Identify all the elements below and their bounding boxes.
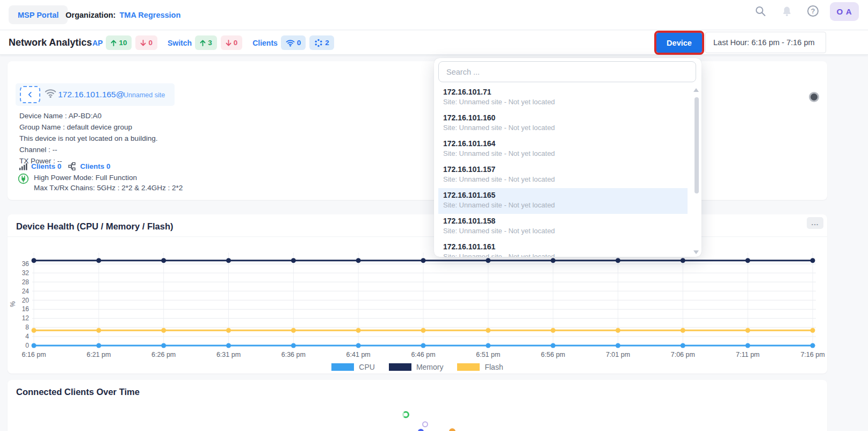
svg-text:6:46 pm: 6:46 pm: [411, 351, 435, 358]
legend-item-cpu[interactable]: CPU: [331, 363, 375, 371]
scroll-down-arrow[interactable]: [693, 250, 699, 254]
device-health-title: Device Health (CPU / Memory / Flash): [16, 221, 173, 232]
wifi-icon: [286, 39, 295, 47]
power-mode-texts: High Power Mode: Full Function Max Tx/Rx…: [34, 173, 183, 193]
svg-text:6:41 pm: 6:41 pm: [346, 351, 371, 358]
chains-line: Max Tx/Rx Chains: 5GHz : 2*2 & 2.4GHz : …: [34, 183, 183, 193]
svg-text:6:36 pm: 6:36 pm: [281, 351, 306, 358]
device-option-ip: 172.16.101.165: [443, 191, 683, 199]
device-option-site: Site: Unnamed site - Not yet located: [443, 201, 683, 209]
legend-label: Flash: [484, 363, 503, 371]
device-option-ip: 172.16.101.160: [443, 113, 683, 122]
back-button[interactable]: [20, 86, 40, 103]
clients-wireless-count: 0: [297, 39, 301, 47]
device-option-172.16.101.158[interactable]: 172.16.101.158Site: Unnamed site - Not y…: [438, 214, 688, 240]
signal-bars-icon: [19, 163, 27, 170]
legend-label: Memory: [416, 363, 444, 371]
switch-label: Switch: [168, 39, 192, 47]
svg-text:7:16 pm: 7:16 pm: [800, 351, 824, 358]
ap-up-badge[interactable]: 10: [106, 35, 132, 50]
ap-down-badge[interactable]: 0: [135, 35, 157, 50]
legend-swatch: [389, 363, 411, 371]
device-option-ip: 172.16.101.164: [443, 139, 683, 148]
svg-text:6:21 pm: 6:21 pm: [86, 351, 111, 358]
svg-text:6:56 pm: 6:56 pm: [541, 351, 565, 358]
svg-text:6:16 pm: 6:16 pm: [21, 351, 46, 358]
device-option-ip: 172.16.101.161: [443, 242, 683, 251]
device-health-chart: 04812162024283236%6:16 pm6:21 pm6:26 pm6…: [8, 245, 827, 371]
svg-text:6:26 pm: 6:26 pm: [151, 351, 176, 358]
svg-text:0: 0: [25, 342, 29, 349]
switch-down-badge[interactable]: 0: [221, 35, 243, 50]
device-option-site: Site: Unnamed site - Not yet located: [443, 98, 683, 106]
channel-line: Channel : --: [19, 146, 57, 154]
svg-text:8: 8: [25, 324, 29, 331]
svg-text:6:31 pm: 6:31 pm: [216, 351, 241, 358]
device-option-172.16.101.71[interactable]: 172.16.101.71Site: Unnamed site - Not ye…: [438, 85, 688, 111]
arrow-down-icon: [140, 40, 146, 46]
legend-item-memory[interactable]: Memory: [389, 363, 444, 371]
loading-spinner-dot-blue: [418, 429, 424, 431]
device-option-ip: 172.16.101.71: [443, 88, 683, 96]
arrow-up-icon: [200, 40, 206, 46]
device-marker-dot[interactable]: [809, 92, 819, 102]
device-info-card: 172.16.101.165@ Unnamed site Device Name…: [8, 61, 827, 200]
wired-clients-link[interactable]: Clients 0: [80, 162, 110, 170]
legend-item-flash[interactable]: Flash: [457, 363, 503, 371]
location-note-line: This device is not yet located on a buil…: [19, 134, 157, 142]
connected-clients-card: Connected Clients Over Time: [8, 380, 827, 431]
svg-text:36: 36: [22, 260, 30, 268]
scroll-up-arrow[interactable]: [693, 88, 699, 92]
svg-text:%: %: [9, 301, 17, 307]
svg-text:7:11 pm: 7:11 pm: [736, 351, 760, 358]
wifi-icon: [45, 88, 56, 98]
search-icon[interactable]: [754, 5, 767, 18]
loading-spinner-dot-purple: [422, 421, 428, 427]
help-icon[interactable]: [807, 5, 820, 18]
device-ip-link[interactable]: 172.16.101.165@: [58, 90, 124, 99]
wireless-clients-link[interactable]: Clients 0: [31, 162, 61, 170]
scrollbar-thumb[interactable]: [695, 97, 699, 193]
divider: [8, 236, 827, 237]
svg-text:7:06 pm: 7:06 pm: [671, 351, 695, 358]
device-selector-button[interactable]: Device: [656, 33, 702, 53]
svg-text:6:51 pm: 6:51 pm: [476, 351, 500, 358]
device-option-172.16.101.164[interactable]: 172.16.101.164Site: Unnamed site - Not y…: [438, 137, 688, 162]
switch-up-badge[interactable]: 3: [195, 35, 217, 50]
legend-label: CPU: [359, 363, 375, 371]
clients-wireless-badge[interactable]: 0: [281, 35, 306, 50]
device-option-172.16.101.160[interactable]: 172.16.101.160Site: Unnamed site - Not y…: [438, 111, 688, 137]
clients-wired-count: 2: [325, 39, 329, 47]
device-option-site: Site: Unnamed site - Not yet located: [443, 227, 683, 235]
card-menu-button[interactable]: ...: [807, 217, 823, 229]
svg-text:12: 12: [22, 314, 30, 322]
switch-up-count: 3: [208, 39, 212, 47]
device-option-site: Site: Unnamed site - Not yet located: [443, 124, 683, 132]
clients-counts-row: Clients 0 Clients 0: [19, 162, 111, 170]
device-health-card: Device Health (CPU / Memory / Flash) ...…: [8, 214, 827, 373]
page-title: Network Analytics: [9, 31, 92, 55]
time-range-selector[interactable]: Last Hour: 6:16 pm - 7:16 pm: [705, 32, 826, 53]
svg-text:16: 16: [22, 305, 30, 313]
switch-down-count: 0: [234, 39, 238, 47]
svg-text:28: 28: [22, 278, 30, 286]
device-search-input[interactable]: [438, 61, 696, 82]
device-option-site: Site: Unnamed site - Not yet located: [443, 175, 683, 183]
bell-icon[interactable]: [780, 5, 793, 18]
organization-name-link[interactable]: TMA Regression: [119, 11, 180, 19]
top-header-bar: MSP Portal Organization: TMA Regression …: [0, 0, 868, 30]
device-option-172.16.101.165[interactable]: 172.16.101.165Site: Unnamed site - Not y…: [438, 188, 688, 214]
msp-portal-button[interactable]: MSP Portal: [9, 5, 68, 24]
svg-text:7:01 pm: 7:01 pm: [606, 351, 630, 358]
svg-text:20: 20: [22, 297, 30, 304]
chevron-left-icon: [26, 91, 34, 98]
user-avatar[interactable]: O A: [830, 2, 859, 21]
wired-topology-icon: [68, 162, 76, 170]
device-option-172.16.101.157[interactable]: 172.16.101.157Site: Unnamed site - Not y…: [438, 162, 688, 188]
svg-text:24: 24: [22, 288, 30, 295]
legend-swatch: [457, 363, 480, 371]
device-option-ip: 172.16.101.158: [443, 217, 683, 225]
power-mode-line: High Power Mode: Full Function: [34, 173, 183, 183]
clients-wired-badge[interactable]: 2: [309, 35, 334, 50]
device-option-172.16.101.161[interactable]: 172.16.101.161Site: Unnamed site - Not y…: [438, 240, 688, 257]
